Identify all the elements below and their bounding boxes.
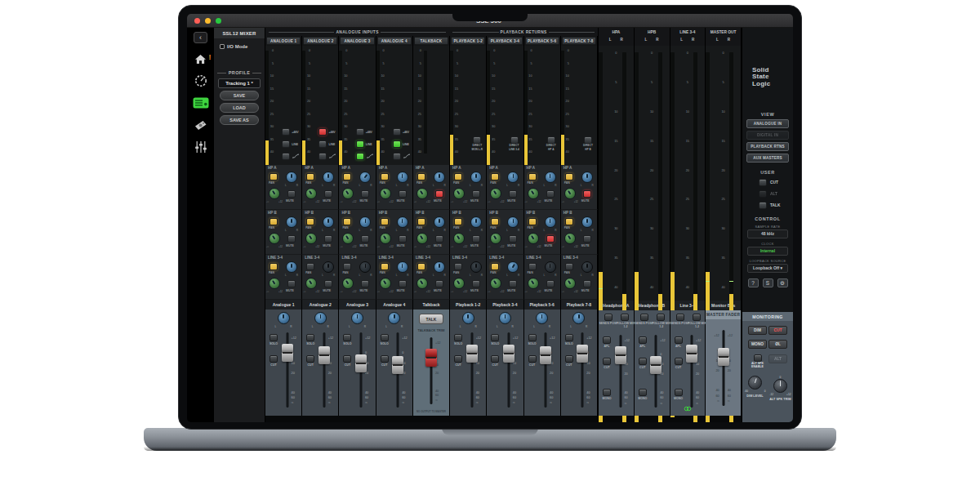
cut-button[interactable]: CUT <box>768 326 787 335</box>
send-mute-button[interactable] <box>509 190 517 198</box>
send-balance-knob[interactable] <box>507 261 519 273</box>
send-balance-knob[interactable] <box>581 216 593 228</box>
send-mute-button[interactable] <box>435 235 443 243</box>
send-mute-button[interactable] <box>583 280 591 287</box>
send-mute-button[interactable] <box>324 280 332 287</box>
send-pan-button[interactable] <box>565 173 573 180</box>
send-balance-knob[interactable] <box>545 172 556 183</box>
send-pan-button[interactable] <box>454 173 462 180</box>
fader-cap[interactable] <box>503 345 514 363</box>
line-button[interactable] <box>318 140 327 148</box>
send-balance-knob[interactable] <box>470 172 482 183</box>
alt-button[interactable]: ALT <box>768 354 787 363</box>
send-balance-knob[interactable] <box>470 216 482 228</box>
send-level-knob[interactable] <box>564 188 576 199</box>
send-mute-button[interactable] <box>399 190 407 198</box>
send-balance-knob[interactable] <box>434 172 445 183</box>
send-pan-button[interactable] <box>343 173 351 180</box>
send-level-knob[interactable] <box>564 278 576 289</box>
settings-gear-button[interactable]: ⚙ <box>777 278 788 287</box>
user-alt-switch[interactable] <box>759 190 767 198</box>
send-pan-button[interactable] <box>454 263 462 270</box>
solo-button[interactable] <box>491 334 499 341</box>
fader-cap[interactable] <box>466 345 478 363</box>
fader-cap[interactable] <box>686 345 697 363</box>
send-pan-button[interactable] <box>270 263 278 270</box>
load-button[interactable]: LOAD <box>220 103 259 113</box>
channel-pan-knob[interactable] <box>499 312 511 324</box>
dim-button[interactable]: DIM <box>748 326 767 335</box>
mono-button[interactable]: MONO <box>748 340 767 349</box>
send-mute-button[interactable] <box>509 235 517 243</box>
follow-mix-button[interactable] <box>657 314 665 321</box>
afl-button[interactable] <box>675 336 683 344</box>
send-level-knob[interactable] <box>380 188 391 199</box>
line-button[interactable] <box>393 140 401 148</box>
send-mute-button[interactable] <box>361 280 369 287</box>
profile-preset-select[interactable]: Tracking 1 * <box>218 78 261 88</box>
solo-button[interactable] <box>381 334 389 341</box>
solo-button[interactable] <box>454 334 462 341</box>
send-mute-button[interactable] <box>583 190 591 198</box>
p48-button[interactable] <box>356 128 364 136</box>
direct-button[interactable] <box>547 136 555 144</box>
send-level-knob[interactable] <box>305 278 317 289</box>
dim-level-knob[interactable] <box>748 376 762 390</box>
io-mode-checkbox[interactable] <box>220 44 225 49</box>
send-level-knob[interactable] <box>342 278 354 289</box>
solo-clear-button[interactable]: S <box>763 278 773 287</box>
cut-button[interactable] <box>306 355 314 363</box>
send-balance-knob[interactable] <box>397 261 408 273</box>
cut-button[interactable] <box>639 358 647 365</box>
fader-cap[interactable] <box>318 346 330 364</box>
send-balance-knob[interactable] <box>581 261 593 273</box>
p48-button[interactable] <box>318 128 327 136</box>
send-level-knob[interactable] <box>269 278 280 289</box>
speaker-icon[interactable] <box>193 118 209 131</box>
send-balance-knob[interactable] <box>286 216 297 228</box>
send-pan-button[interactable] <box>270 173 278 180</box>
p48-button[interactable] <box>282 128 290 136</box>
send-level-knob[interactable] <box>453 188 465 199</box>
solo-button[interactable] <box>306 334 314 341</box>
channel-pan-knob[interactable] <box>388 312 400 324</box>
hpf-button[interactable] <box>393 153 401 160</box>
send-pan-button[interactable] <box>491 173 499 180</box>
solo-button[interactable] <box>565 334 573 341</box>
send-mute-button[interactable] <box>361 235 369 243</box>
send-mute-button[interactable] <box>287 190 296 198</box>
send-balance-knob[interactable] <box>397 216 408 228</box>
direct-button[interactable] <box>584 136 592 144</box>
send-mute-button[interactable] <box>324 235 332 243</box>
send-mute-button[interactable] <box>546 190 555 198</box>
alt-spk-trim-knob[interactable] <box>773 379 787 393</box>
direct-button[interactable] <box>473 136 481 144</box>
user-alt-button[interactable]: ALT <box>759 190 793 198</box>
cut-button[interactable] <box>454 355 462 363</box>
send-pan-button[interactable] <box>381 263 389 270</box>
send-pan-button[interactable] <box>565 263 573 270</box>
sends-post-button[interactable] <box>604 314 612 321</box>
knob-icon[interactable] <box>193 74 209 87</box>
send-level-knob[interactable] <box>528 188 539 199</box>
send-mute-button[interactable] <box>435 190 443 198</box>
send-balance-knob[interactable] <box>286 261 297 273</box>
send-level-knob[interactable] <box>305 233 317 244</box>
mixer-icon[interactable] <box>193 96 209 109</box>
send-balance-knob[interactable] <box>359 216 371 228</box>
send-mute-button[interactable] <box>546 280 555 287</box>
send-level-knob[interactable] <box>490 233 501 244</box>
send-balance-knob[interactable] <box>359 172 371 183</box>
send-level-knob[interactable] <box>269 188 280 199</box>
send-pan-button[interactable] <box>454 218 462 225</box>
send-balance-knob[interactable] <box>434 261 445 273</box>
send-level-knob[interactable] <box>342 188 354 199</box>
help-button[interactable]: ? <box>748 278 759 287</box>
send-pan-button[interactable] <box>417 173 425 180</box>
cut-button[interactable] <box>270 355 278 363</box>
send-level-knob[interactable] <box>380 278 391 289</box>
hpf-button[interactable] <box>318 153 327 160</box>
send-level-knob[interactable] <box>453 278 465 289</box>
sends-post-button[interactable] <box>676 314 684 321</box>
fader-cap[interactable] <box>392 356 403 374</box>
